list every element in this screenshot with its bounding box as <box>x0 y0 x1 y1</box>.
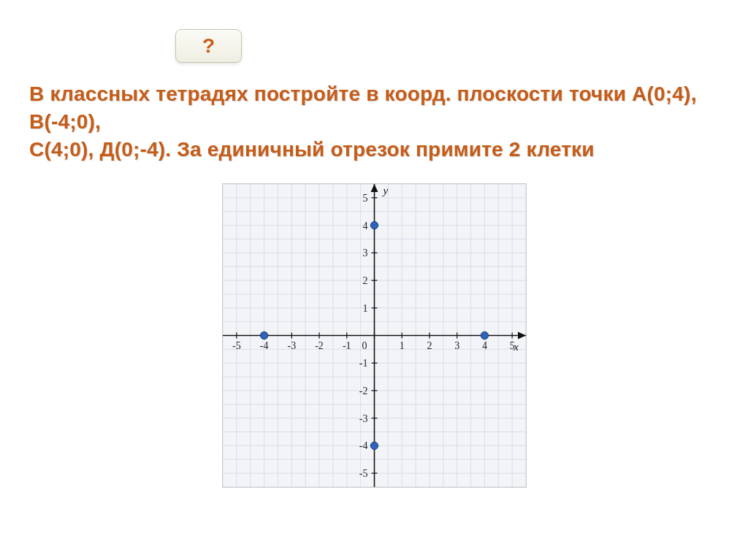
y-tick-label: -2 <box>359 386 367 396</box>
y-tick-label: 4 <box>362 220 367 231</box>
problem-line-2: С(4;0), Д(0;-4). За единичный отрезок пр… <box>29 138 595 161</box>
slide-root: ? В классных тетрадях постройте в коорд.… <box>0 0 748 560</box>
x-axis-label: x <box>513 341 519 353</box>
x-tick-label: -5 <box>232 340 241 351</box>
y-tick-label: -4 <box>359 441 367 452</box>
x-tick-label: -2 <box>315 340 324 351</box>
x-tick-label: -3 <box>287 340 296 351</box>
y-tick-label: 3 <box>362 248 367 259</box>
y-tick-label: 1 <box>362 303 367 314</box>
y-tick-label: 2 <box>362 275 367 286</box>
problem-line-1: В классных тетрадях постройте в коорд. п… <box>29 83 697 133</box>
y-tick-label: -1 <box>359 358 367 369</box>
coordinate-grid-svg: -5-4-3-2-1012345-5-4-3-2-112345xy <box>223 184 526 487</box>
x-tick-label: -4 <box>259 340 268 351</box>
x-tick-label: 3 <box>454 340 459 351</box>
help-button[interactable]: ? <box>175 29 242 63</box>
y-tick-label: -5 <box>359 469 367 480</box>
plotted-point <box>260 332 267 340</box>
plotted-point <box>370 442 378 450</box>
x-tick-label: 2 <box>427 340 432 351</box>
plotted-point <box>481 332 488 340</box>
x-tick-label: 4 <box>481 340 486 351</box>
x-tick-label: 0 <box>362 340 367 351</box>
x-tick-label: 1 <box>399 340 404 351</box>
y-tick-label: -3 <box>359 413 367 424</box>
x-tick-label: -1 <box>342 340 351 351</box>
y-tick-label: 5 <box>362 193 367 204</box>
y-axis-label: y <box>381 185 388 196</box>
plotted-point <box>370 222 378 229</box>
problem-text: В классных тетрадях постройте в коорд. п… <box>29 80 719 163</box>
coordinate-grid: -5-4-3-2-1012345-5-4-3-2-112345xy <box>222 183 527 488</box>
